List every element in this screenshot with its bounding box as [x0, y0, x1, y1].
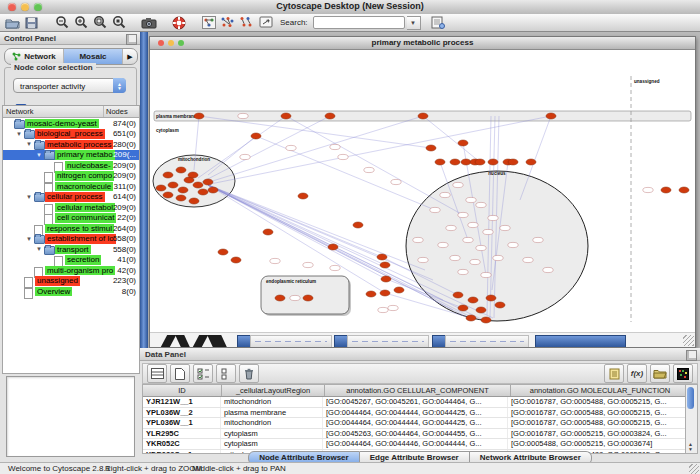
tree-item[interactable]: multi-organism pro42(0): [3, 265, 139, 276]
tree-item[interactable]: unassigned223(0): [3, 276, 139, 287]
tree-item[interactable]: cellular metabol209(0): [3, 202, 139, 213]
minimized-window[interactable]: [250, 335, 332, 347]
gene-node: [378, 307, 388, 312]
load-attributes-button[interactable]: [650, 364, 670, 383]
column-header[interactable]: ID: [143, 385, 222, 396]
search-dropdown-button[interactable]: ▼: [407, 16, 421, 30]
zoom-in-icon: [74, 16, 88, 29]
cytoplasm-label: cytoplasm: [156, 128, 179, 133]
tree-item[interactable]: mosaic-demo-yeast874(0): [3, 118, 139, 129]
gene-node: [543, 267, 553, 272]
network-window-titlebar[interactable]: primary metabolic process: [150, 37, 695, 50]
expand-triangle-icon[interactable]: ▼: [26, 194, 32, 201]
table-row[interactable]: YPL036W__2plasma membrane[GO:0044464, GO…: [143, 408, 688, 419]
tree-item[interactable]: ▼primary metabo209(...: [3, 150, 139, 161]
expand-triangle-icon[interactable]: ▼: [26, 236, 32, 243]
network-overview-button[interactable]: [200, 15, 217, 30]
tree-item[interactable]: nitrogen compo209(0): [3, 171, 139, 182]
minimized-window-icon[interactable]: [237, 335, 251, 347]
toolbar-separator: [159, 16, 168, 30]
data-panel-header: Data Panel: [140, 348, 700, 361]
minimized-window-icon[interactable]: [334, 335, 348, 347]
column-header[interactable]: annotation.GO MOLECULAR_FUNCTION: [511, 385, 689, 396]
table-mode-button[interactable]: [147, 364, 167, 383]
open-button[interactable]: [4, 15, 21, 30]
unselect-attributes-button[interactable]: [216, 364, 236, 383]
vertical-splitter[interactable]: [140, 32, 148, 348]
column-header[interactable]: annotation.GO CELLULAR_COMPONENT: [325, 385, 511, 396]
app-resize-grip[interactable]: [689, 464, 699, 474]
attribute-table-body: YJR121W__1mitochondrion[GO:0045267, GO:0…: [143, 397, 688, 454]
search-input[interactable]: [313, 16, 405, 29]
tree-item[interactable]: nucleobase-209(0): [3, 160, 139, 171]
tabs-overflow-button[interactable]: ▶: [123, 49, 137, 64]
network-tree: Network Nodes mosaic-demo-yeast874(0)▼bi…: [2, 105, 140, 374]
tree-item[interactable]: ▼establishment of lo558(0): [3, 234, 139, 245]
layout-1-button[interactable]: [219, 15, 236, 30]
new-attribute-button[interactable]: [170, 364, 190, 383]
tree-item-node-count: 223(0): [113, 276, 136, 286]
column-header[interactable]: _cellularLayoutRegion: [222, 385, 325, 396]
window-resize-grip[interactable]: [683, 335, 694, 346]
tab-network[interactable]: Network: [5, 49, 64, 64]
scrollbar-thumb[interactable]: [687, 387, 694, 409]
formula-button[interactable]: f(x): [627, 364, 647, 383]
tree-column-nodes[interactable]: Nodes: [104, 106, 139, 117]
tree-item[interactable]: cell communicat22(0): [3, 213, 139, 224]
tree-item-node-count: 209(0): [113, 161, 136, 171]
network-canvas[interactable]: plasma membranecytoplasmmitochondrionnuc…: [150, 50, 695, 333]
horizontal-scrollbar[interactable]: [535, 335, 626, 347]
minimized-window-icon[interactable]: [432, 335, 446, 347]
tree-item-node-count: 41(0): [117, 255, 136, 265]
zoom-out-button[interactable]: [53, 15, 70, 30]
zoom-fit-button[interactable]: [91, 15, 108, 30]
table-row[interactable]: YKR052Ccytoplasm[GO:0044464, GO:0044446,…: [143, 439, 688, 450]
matrix-button[interactable]: [673, 364, 693, 383]
table-row[interactable]: YJR121W__1mitochondrion[GO:0045267, GO:0…: [143, 397, 688, 408]
tree-item-node-count: 558(0): [113, 245, 136, 255]
import-table-button[interactable]: [604, 364, 624, 383]
expand-triangle-icon[interactable]: ▼: [36, 152, 42, 159]
help-button[interactable]: [170, 15, 187, 30]
tree-item[interactable]: response to stimul264(0): [3, 223, 139, 234]
float-panel-icon[interactable]: [126, 34, 137, 45]
tree-item-node-count: 22(0): [117, 213, 136, 223]
tree-item[interactable]: macromolecule311(0): [3, 181, 139, 192]
table-row[interactable]: YLR295Ccytoplasm[GO:0045263, GO:0044464,…: [143, 429, 688, 440]
tree-item[interactable]: ▼transport558(0): [3, 244, 139, 255]
expand-triangle-icon[interactable]: ▼: [36, 246, 42, 253]
zoom-selected-button[interactable]: [110, 15, 127, 30]
network-graph[interactable]: plasma membranecytoplasmmitochondrionnuc…: [150, 50, 695, 333]
tree-column-network[interactable]: Network: [3, 106, 104, 117]
table-scrollbar[interactable]: ▲▼: [685, 384, 698, 454]
tree-item[interactable]: Overview8(0): [3, 286, 139, 297]
save-button[interactable]: [23, 15, 40, 30]
import-table-icon: [609, 368, 620, 380]
transporter-node: [163, 172, 173, 178]
zoom-in-button[interactable]: [72, 15, 89, 30]
snapshot-button[interactable]: [140, 15, 157, 30]
table-cell: YPL036W__2: [143, 408, 221, 418]
tree-item[interactable]: ▼cellular process614(0): [3, 192, 139, 203]
minimized-window[interactable]: [445, 335, 529, 347]
window-title: Cytoscape Desktop (New Session): [0, 1, 700, 11]
tab-mosaic[interactable]: Mosaic: [64, 49, 123, 64]
expand-triangle-icon[interactable]: ▼: [26, 141, 32, 148]
attribute-browser-button[interactable]: [430, 15, 447, 30]
tree-item[interactable]: ▼metabolic process280(0): [3, 139, 139, 150]
folder-icon: [24, 130, 35, 139]
expand-triangle-icon[interactable]: ▼: [16, 131, 22, 138]
tree-item[interactable]: secretion41(0): [3, 255, 139, 266]
annotation-button[interactable]: [257, 15, 274, 30]
select-attributes-button[interactable]: [193, 364, 213, 383]
birds-eye-view-panel[interactable]: [6, 376, 135, 457]
float-panel-icon[interactable]: [686, 350, 697, 361]
layout-2-button[interactable]: [238, 15, 255, 30]
transporter-node: [194, 113, 204, 119]
delete-attribute-button[interactable]: [239, 364, 259, 383]
plasma-membrane-label: plasma membrane: [156, 114, 197, 119]
tree-item[interactable]: ▼biological_process651(0): [3, 129, 139, 140]
node-color-dropdown[interactable]: transporter activity ▲▼: [13, 78, 126, 93]
minimized-window[interactable]: [347, 335, 429, 347]
table-row[interactable]: YPL036W__1mitochondrion[GO:0044464, GO:0…: [143, 418, 688, 429]
